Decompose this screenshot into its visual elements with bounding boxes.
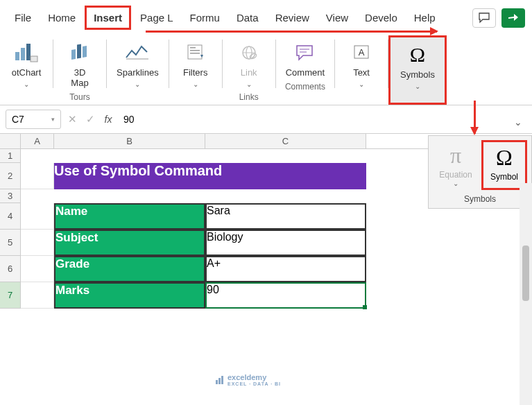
col-header-a[interactable]: A <box>21 134 54 148</box>
value-subject[interactable]: Biology <box>205 230 366 256</box>
comment-icon <box>291 41 319 64</box>
map3d-button[interactable]: 3D Map <box>59 38 101 91</box>
watermark-icon <box>215 375 225 385</box>
svg-rect-10 <box>190 50 200 51</box>
text-button[interactable]: A Text ⌄ <box>341 38 382 91</box>
pivotchart-button[interactable]: otChart ⌄ <box>6 38 47 91</box>
value-marks[interactable]: 90 <box>205 282 366 309</box>
tab-help[interactable]: Help <box>406 7 443 28</box>
svg-text:A: A <box>359 47 365 58</box>
sparklines-icon <box>123 41 151 64</box>
watermark: exceldemy EXCEL · DATA · BI <box>215 373 281 386</box>
chevron-down-icon: ⌄ <box>24 80 29 88</box>
svg-rect-20 <box>216 380 218 384</box>
row-header-4[interactable]: 4 <box>0 203 21 230</box>
svg-rect-5 <box>77 44 81 58</box>
scroll-thumb[interactable] <box>522 245 529 301</box>
pi-icon: π <box>450 143 461 169</box>
text-label: Text <box>353 67 370 78</box>
symbols-label: Symbols <box>400 69 435 80</box>
comment-label: Comment <box>286 67 325 78</box>
row-header-3[interactable]: 3 <box>0 189 21 203</box>
cell-a6[interactable] <box>21 256 54 282</box>
row-header-6[interactable]: 6 <box>0 256 21 282</box>
svg-rect-0 <box>15 52 19 60</box>
pivotchart-icon <box>12 41 40 64</box>
ribbon: otChart ⌄ 3D Map Tours Sparklines ⌄ Filt <box>0 33 532 105</box>
cell-a2[interactable] <box>21 163 54 189</box>
tab-data[interactable]: Data <box>229 7 266 28</box>
label-name[interactable]: Name <box>54 203 205 230</box>
svg-point-15 <box>249 53 257 60</box>
formula-bar: C7 ▾ ✕ ✓ fx <box>0 105 532 134</box>
svg-rect-2 <box>26 44 31 60</box>
cell-a7[interactable] <box>21 282 54 309</box>
link-button[interactable]: Link ⌄ <box>228 38 270 91</box>
row-header-7[interactable]: 7 <box>0 282 21 309</box>
chevron-down-icon: ⌄ <box>135 80 140 88</box>
tab-file[interactable]: File <box>7 7 39 28</box>
tab-view[interactable]: View <box>318 7 356 28</box>
row-header-5[interactable]: 5 <box>0 230 21 256</box>
comment-button[interactable]: Comment <box>282 38 329 80</box>
row-header-2[interactable]: 2 <box>0 163 21 189</box>
cell-reference: C7 <box>12 114 24 125</box>
equation-label: Equation <box>439 170 472 180</box>
annotation-arrow-horizontal <box>146 31 437 33</box>
sparklines-button[interactable]: Sparklines ⌄ <box>112 38 163 91</box>
tab-pagelayout[interactable]: Page L <box>132 7 181 28</box>
svg-rect-1 <box>21 48 25 60</box>
symbol-label: Symbol <box>490 172 518 182</box>
link-label: Link <box>241 67 257 78</box>
vertical-scrollbar[interactable] <box>520 183 532 405</box>
fx-icon[interactable]: fx <box>101 114 115 125</box>
dropdown-icon[interactable]: ▾ <box>51 116 55 123</box>
svg-rect-22 <box>221 376 223 384</box>
tab-formulas[interactable]: Formu <box>182 7 228 28</box>
collapse-ribbon-icon[interactable]: ⌄ <box>514 117 522 128</box>
col-header-b[interactable]: B <box>54 134 205 148</box>
chevron-down-icon: ⌄ <box>415 83 420 90</box>
svg-rect-4 <box>71 49 76 60</box>
chevron-down-icon: ⌄ <box>359 80 364 88</box>
value-grade[interactable]: A+ <box>205 256 366 282</box>
label-subject[interactable]: Subject <box>54 230 205 256</box>
marks-text: 90 <box>207 284 219 295</box>
formula-input[interactable] <box>119 110 526 128</box>
symbols-group-label: Symbols <box>433 194 527 204</box>
annotation-arrow-vertical <box>474 101 476 134</box>
title-cell[interactable]: Use of Symbol Command <box>54 163 366 189</box>
watermark-brand: exceldemy <box>228 373 281 381</box>
tab-developer[interactable]: Develo <box>357 7 405 28</box>
name-box[interactable]: C7 ▾ <box>6 110 61 129</box>
share-button[interactable] <box>501 8 525 28</box>
comments-button[interactable] <box>472 8 496 28</box>
row-header-1[interactable]: 1 <box>0 149 21 163</box>
cell-a4[interactable] <box>21 203 54 230</box>
pivotchart-label: otChart <box>12 67 42 78</box>
tab-insert[interactable]: Insert <box>85 6 131 30</box>
enter-icon[interactable]: ✓ <box>83 113 97 126</box>
label-marks[interactable]: Marks <box>54 282 205 309</box>
tours-group-label: Tours <box>59 92 101 102</box>
symbols-dropdown-panel: π Equation ⌄ Ω Symbol Symbols <box>428 135 532 209</box>
omega-icon: Ω <box>404 43 431 67</box>
svg-rect-9 <box>190 47 196 49</box>
link-icon <box>235 41 263 64</box>
tab-review[interactable]: Review <box>268 7 317 28</box>
symbols-ribbon-button[interactable]: Ω Symbols ⌄ <box>388 35 447 105</box>
col-header-c[interactable]: C <box>205 134 366 148</box>
filters-button[interactable]: Filters ⌄ <box>175 38 216 91</box>
cell-a5[interactable] <box>21 230 54 256</box>
equation-button[interactable]: π Equation ⌄ <box>433 140 479 190</box>
map3d-icon <box>66 41 94 64</box>
fill-handle[interactable] <box>363 305 367 309</box>
label-grade[interactable]: Grade <box>54 256 205 282</box>
value-name[interactable]: Sara <box>205 203 366 230</box>
svg-rect-3 <box>31 56 37 62</box>
cancel-icon[interactable]: ✕ <box>65 113 79 126</box>
svg-rect-21 <box>218 378 221 384</box>
tab-home[interactable]: Home <box>40 7 83 28</box>
map3d-label: 3D Map <box>71 67 88 88</box>
select-all-cell[interactable] <box>0 134 21 148</box>
